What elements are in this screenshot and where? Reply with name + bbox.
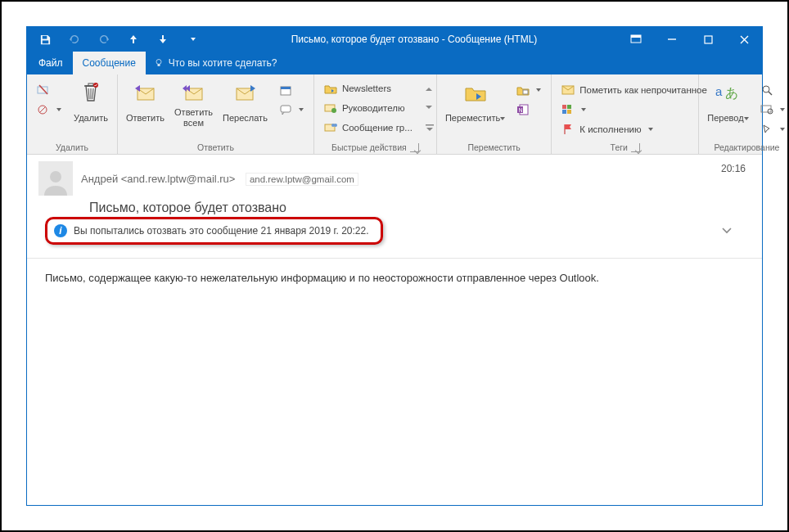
meeting-icon <box>279 83 292 97</box>
group-respond-label: Ответить <box>123 141 309 154</box>
svg-point-41 <box>763 86 769 92</box>
save-icon[interactable] <box>34 28 56 51</box>
follow-up-button[interactable]: К исполнению <box>557 120 712 138</box>
window-controls <box>618 27 762 52</box>
junk-button[interactable] <box>32 101 66 119</box>
flag-icon <box>561 123 575 136</box>
svg-line-11 <box>39 106 46 113</box>
rules-button[interactable] <box>512 81 546 99</box>
svg-point-28 <box>334 124 337 127</box>
quick-steps-down[interactable] <box>421 99 439 117</box>
team-email-icon <box>324 121 337 134</box>
related-button[interactable] <box>755 101 789 119</box>
svg-rect-5 <box>705 36 712 43</box>
translate-button[interactable]: aあ Перевод <box>704 78 751 128</box>
quick-step-team-email[interactable]: Сообщение гр... <box>319 119 417 137</box>
reply-icon <box>133 79 159 106</box>
to-manager-icon <box>324 101 337 115</box>
svg-rect-30 <box>523 90 528 94</box>
svg-point-25 <box>331 108 336 113</box>
delete-icon <box>78 79 104 106</box>
message-body: Письмо, содержащее какую-то нежелательну… <box>27 259 762 505</box>
junk-icon <box>37 103 50 116</box>
qat-customize-icon[interactable] <box>181 28 204 51</box>
select-icon <box>760 123 773 136</box>
window-title: Письмо, которое будет отозвано - Сообщен… <box>210 34 618 45</box>
group-move-label: Переместить <box>442 141 546 154</box>
meeting-reply-button[interactable] <box>274 81 309 99</box>
svg-line-14 <box>92 88 93 99</box>
categorize-icon <box>561 103 575 116</box>
forward-label: Переслать <box>223 107 268 128</box>
message-header: Андрей <and.rew.lptw@mail.ru> and.rew.lp… <box>27 155 762 250</box>
quick-step-newsletters[interactable]: Newsletters <box>319 79 417 97</box>
svg-text:N: N <box>519 107 523 113</box>
move-label: Переместить <box>445 113 500 124</box>
from-field: Андрей <and.rew.lptw@mail.ru> <box>81 173 235 185</box>
close-button[interactable] <box>726 27 762 52</box>
recall-info-bar: i Вы попытались отозвать это сообщение 2… <box>45 217 383 245</box>
prev-item-icon[interactable] <box>122 28 145 51</box>
tags-launcher-icon[interactable] <box>631 143 640 152</box>
titlebar: Письмо, которое будет отозвано - Сообщен… <box>27 27 762 52</box>
svg-line-12 <box>88 88 89 99</box>
move-button[interactable]: Переместить <box>442 78 508 128</box>
minimize-button[interactable] <box>654 27 690 52</box>
more-respond-button[interactable] <box>274 101 309 119</box>
forward-button[interactable]: Переслать <box>219 78 271 128</box>
reply-label: Ответить <box>126 107 165 128</box>
delete-button[interactable]: Удалить <box>70 78 112 128</box>
svg-rect-22 <box>281 87 291 89</box>
svg-rect-38 <box>567 110 571 114</box>
group-move: Переместить N Переместить <box>437 74 552 154</box>
group-tags-label: Теги <box>557 141 693 154</box>
find-icon <box>760 83 773 97</box>
rules-icon <box>516 83 530 97</box>
to-field: and.rew.lptw@gmail.com <box>246 173 358 186</box>
svg-rect-1 <box>42 40 48 43</box>
envelope-closed-icon <box>561 83 575 97</box>
tab-file[interactable]: Файл <box>27 52 73 74</box>
svg-rect-35 <box>562 105 566 109</box>
group-delete: Удалить Удалить <box>27 74 118 154</box>
svg-point-6 <box>156 60 161 65</box>
reply-button[interactable]: Ответить <box>123 78 168 128</box>
im-icon <box>279 103 292 116</box>
ribbon-tabs: Файл Сообщение Что вы хотите сделать? <box>27 52 762 74</box>
svg-rect-23 <box>281 106 291 112</box>
lightbulb-icon <box>154 58 164 68</box>
onenote-button[interactable]: N <box>512 101 546 119</box>
reply-all-label: Ответить всем <box>174 107 213 128</box>
received-time: 20:16 <box>721 163 746 174</box>
categorize-button[interactable] <box>557 101 712 119</box>
mark-unread-button[interactable]: Пометить как непрочитанное <box>557 81 712 99</box>
ignore-button[interactable] <box>32 81 66 99</box>
svg-rect-0 <box>42 35 47 38</box>
svg-rect-7 <box>157 65 160 66</box>
group-respond: Ответить Ответить всем Переслать <box>118 74 314 154</box>
quick-steps-up[interactable] <box>421 79 439 97</box>
maximize-button[interactable] <box>690 27 726 52</box>
quick-steps-more[interactable] <box>421 119 439 137</box>
ribbon-display-options-icon[interactable] <box>618 27 654 52</box>
find-button[interactable] <box>755 81 789 99</box>
svg-point-47 <box>50 171 61 183</box>
group-editing: aあ Перевод Редактирование <box>699 74 789 154</box>
tab-message[interactable]: Сообщение <box>73 52 146 74</box>
recall-info-text: Вы попытались отозвать это сообщение 21 … <box>74 225 369 237</box>
tell-me-search[interactable]: Что вы хотите сделать? <box>146 52 286 74</box>
select-button[interactable] <box>755 120 789 138</box>
sender-avatar <box>38 161 73 196</box>
move-icon <box>462 79 489 106</box>
reply-all-button[interactable]: Ответить всем <box>171 78 216 128</box>
next-item-icon[interactable] <box>151 28 174 51</box>
header-collapse-icon[interactable] <box>721 227 733 235</box>
ignore-icon <box>37 83 50 97</box>
info-icon: i <box>54 224 67 237</box>
quick-step-manager[interactable]: Руководителю <box>319 99 417 117</box>
related-icon <box>760 103 773 116</box>
quick-steps-launcher-icon[interactable] <box>410 143 419 152</box>
reply-all-icon <box>181 79 207 106</box>
folder-move-icon <box>324 82 337 95</box>
svg-rect-29 <box>426 124 434 126</box>
